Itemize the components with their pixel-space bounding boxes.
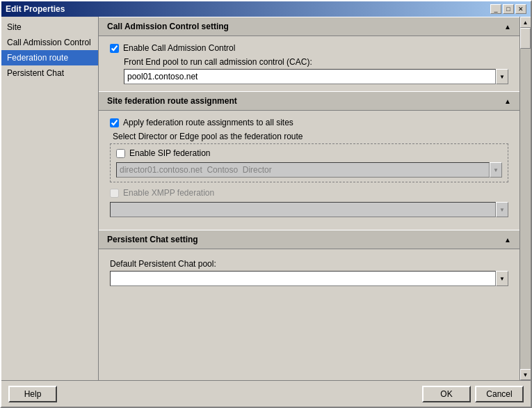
sip-federation-group: Enable SIP federation ▼ — [110, 143, 508, 182]
scrollbar-track-area — [520, 28, 531, 369]
site-federation-title: Site federation route assignment — [107, 96, 237, 106]
content-area: Call Admission Control setting ▲ Enable … — [99, 17, 519, 380]
persistent-chat-body: Default Persistent Chat pool: ▼ — [99, 249, 519, 293]
enable-sip-label: Enable SIP federation — [129, 148, 211, 158]
title-bar: Edit Properties _ □ ✕ — [1, 1, 531, 17]
minimize-button[interactable]: _ — [490, 4, 501, 14]
enable-xmpp-checkbox[interactable] — [110, 189, 119, 198]
sip-pool-input — [116, 162, 490, 178]
sip-pool-dropdown-btn: ▼ — [490, 162, 502, 178]
cancel-button[interactable]: Cancel — [475, 386, 524, 402]
main-content: Site Call Admission Control Federation r… — [1, 17, 531, 380]
sip-pool-wrapper: ▼ — [116, 162, 502, 178]
ok-button[interactable]: OK — [422, 386, 471, 402]
enable-sip-checkbox[interactable] — [116, 149, 125, 158]
close-button[interactable]: ✕ — [515, 4, 526, 14]
call-admission-collapse-icon[interactable]: ▲ — [504, 23, 511, 31]
front-end-pool-dropdown-btn[interactable]: ▼ — [496, 69, 508, 84]
content-with-scroll: Call Admission Control setting ▲ Enable … — [99, 17, 531, 380]
sidebar-item-site[interactable]: Site — [1, 19, 98, 35]
front-end-pool-input[interactable] — [124, 69, 496, 84]
xmpp-pool-wrapper: ▼ — [110, 202, 508, 217]
apply-all-checkbox[interactable] — [110, 118, 119, 127]
xmpp-pool-input — [110, 202, 496, 217]
scrollbar-up-btn[interactable]: ▲ — [520, 17, 531, 28]
title-bar-buttons: _ □ ✕ — [490, 4, 526, 14]
site-federation-collapse-icon[interactable]: ▲ — [504, 97, 511, 105]
default-pool-dropdown-btn[interactable]: ▼ — [496, 271, 508, 286]
sidebar-item-federation-route[interactable]: Federation route — [1, 50, 98, 65]
front-end-pool-group: Front End pool to run call admission con… — [110, 57, 508, 84]
enable-xmpp-row: Enable XMPP federation — [110, 188, 508, 198]
footer-right-buttons: OK Cancel — [422, 386, 524, 402]
window-body: Site Call Admission Control Federation r… — [1, 17, 531, 407]
help-button[interactable]: Help — [8, 386, 57, 402]
window-title: Edit Properties — [6, 4, 65, 14]
sidebar-item-call-admission-control[interactable]: Call Admission Control — [1, 35, 98, 50]
default-pool-label: Default Persistent Chat pool: — [110, 259, 508, 269]
default-pool-dropdown-wrapper: ▼ — [110, 271, 508, 286]
front-end-pool-dropdown-wrapper: ▼ — [124, 69, 508, 84]
call-admission-body: Enable Call Admission Control Front End … — [99, 36, 519, 91]
enable-cac-checkbox[interactable] — [110, 44, 119, 53]
front-end-pool-label: Front End pool to run call admission con… — [124, 57, 508, 67]
persistent-chat-header: Persistent Chat setting ▲ — [99, 230, 519, 249]
footer: Help OK Cancel — [1, 380, 531, 407]
apply-all-row: Apply federation route assignments to al… — [110, 118, 508, 127]
maximize-button[interactable]: □ — [503, 4, 514, 14]
scrollbar-down-btn[interactable]: ▼ — [520, 369, 531, 380]
section-persistent-chat: Persistent Chat setting ▲ Default Persis… — [99, 230, 519, 293]
sidebar: Site Call Admission Control Federation r… — [1, 17, 99, 380]
enable-sip-row: Enable SIP federation — [116, 148, 502, 158]
enable-cac-label: Enable Call Admission Control — [123, 43, 235, 53]
scrollbar: ▲ ▼ — [519, 17, 531, 380]
apply-all-label: Apply federation route assignments to al… — [123, 118, 293, 127]
section-call-admission: Call Admission Control setting ▲ Enable … — [99, 17, 519, 91]
enable-xmpp-label: Enable XMPP federation — [123, 188, 214, 198]
xmpp-federation-group: Enable XMPP federation ▼ — [110, 188, 508, 217]
sidebar-item-persistent-chat[interactable]: Persistent Chat — [1, 65, 98, 81]
section-site-federation: Site federation route assignment ▲ Apply… — [99, 91, 519, 230]
scrollbar-thumb[interactable] — [520, 28, 531, 49]
site-federation-body: Apply federation route assignments to al… — [99, 111, 519, 230]
call-admission-header: Call Admission Control setting ▲ — [99, 17, 519, 36]
persistent-chat-title: Persistent Chat setting — [107, 235, 198, 244]
select-director-label: Select Director or Edge pool as the fede… — [110, 132, 508, 141]
xmpp-pool-dropdown-btn: ▼ — [496, 202, 508, 217]
call-admission-title: Call Admission Control setting — [107, 22, 229, 31]
enable-cac-row: Enable Call Admission Control — [110, 43, 508, 53]
site-federation-header: Site federation route assignment ▲ — [99, 91, 519, 111]
edit-properties-window: Edit Properties _ □ ✕ Site Call Admissio… — [0, 0, 532, 408]
default-pool-input[interactable] — [110, 271, 496, 286]
persistent-chat-collapse-icon[interactable]: ▲ — [504, 236, 511, 244]
